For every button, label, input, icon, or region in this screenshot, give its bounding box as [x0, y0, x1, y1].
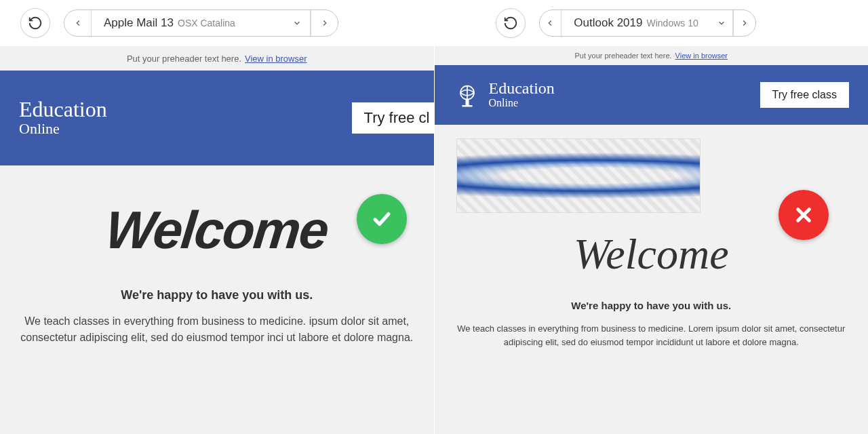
- email-body: Welcome We're happy to have you with us.…: [435, 125, 869, 434]
- client-os: OSX Catalina: [178, 18, 235, 28]
- svg-rect-1: [465, 100, 469, 105]
- preheader-text: Put your preheader text here.: [127, 54, 241, 64]
- client-selector[interactable]: Apple Mail 13 OSX Catalina: [64, 9, 338, 37]
- brand: Education Online: [454, 80, 555, 109]
- client-next-button[interactable]: [311, 10, 338, 36]
- brand-title: Education: [489, 80, 555, 96]
- client-label[interactable]: Outlook 2019 Windows 10: [561, 16, 710, 30]
- client-selector[interactable]: Outlook 2019 Windows 10: [539, 9, 756, 37]
- cta-button[interactable]: Try free cl: [352, 102, 435, 134]
- preheader-bar: Put your preheader text here. View in br…: [0, 46, 434, 71]
- client-prev-button[interactable]: [64, 10, 92, 36]
- welcome-heading: Welcome: [102, 199, 331, 261]
- svg-rect-2: [462, 105, 472, 107]
- reload-button[interactable]: [496, 8, 526, 38]
- preheader-bar: Put your preheader text here. View in br…: [435, 46, 869, 65]
- status-fail-badge: [778, 190, 829, 240]
- hero-image-broken: [456, 138, 701, 213]
- welcome-heading: Welcome: [574, 229, 729, 279]
- brand-subtitle: Online: [19, 120, 107, 138]
- client-os: Windows 10: [647, 18, 698, 28]
- client-name: Outlook 2019: [574, 16, 642, 30]
- tagline: We're happy to have you with us.: [20, 288, 414, 302]
- body-paragraph: We teach classes in everything from busi…: [455, 322, 848, 349]
- preheader-text: Put your preheader text here.: [574, 52, 671, 60]
- globe-icon: [454, 81, 481, 108]
- view-in-browser-link[interactable]: View in browser: [675, 52, 728, 60]
- brand-title: Education: [19, 98, 107, 120]
- body-paragraph: We teach classes in everything from busi…: [20, 313, 414, 346]
- toolbar-left: Apple Mail 13 OSX Catalina: [0, 0, 434, 46]
- client-prev-button[interactable]: [540, 10, 562, 36]
- status-pass-badge: [357, 194, 407, 244]
- view-in-browser-link[interactable]: View in browser: [245, 54, 307, 64]
- header-band: Education Online Try free class: [435, 65, 869, 125]
- tagline: We're happy to have you with us.: [455, 300, 848, 311]
- client-dropdown-caret[interactable]: [711, 10, 733, 36]
- brand: Education Online: [19, 98, 107, 138]
- brand-subtitle: Online: [489, 96, 555, 109]
- client-label[interactable]: Apple Mail 13 OSX Catalina: [92, 16, 283, 30]
- client-name: Apple Mail 13: [104, 16, 174, 30]
- client-next-button[interactable]: [733, 10, 755, 36]
- toolbar-right: Outlook 2019 Windows 10: [435, 0, 869, 46]
- cta-button[interactable]: Try free class: [760, 82, 849, 108]
- client-dropdown-caret[interactable]: [283, 10, 311, 36]
- reload-button[interactable]: [20, 8, 50, 38]
- header-band: Education Online Try free cl: [0, 71, 434, 165]
